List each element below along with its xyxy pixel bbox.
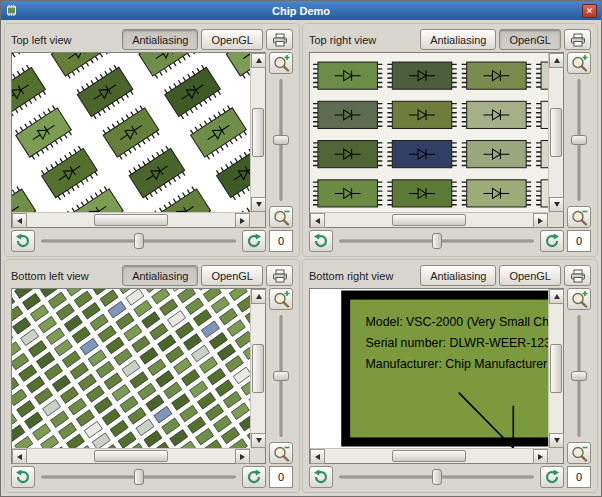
scroll-left-button[interactable]	[12, 213, 27, 228]
scroll-right-button[interactable]	[235, 449, 250, 464]
scroll-right-button[interactable]	[533, 213, 548, 228]
zoom-slider[interactable]	[269, 312, 293, 440]
rotation-value[interactable]: 0	[567, 230, 591, 252]
horizontal-scroll-handle[interactable]	[94, 450, 169, 462]
scroll-down-button[interactable]	[549, 433, 564, 448]
vertical-scrollbar[interactable]	[548, 289, 563, 448]
scroll-up-button[interactable]	[251, 289, 266, 304]
zoom-slider-handle[interactable]	[273, 371, 289, 381]
zoom-in-button[interactable]	[269, 288, 293, 310]
arrow-down-icon	[256, 438, 262, 446]
rotation-value[interactable]: 0	[269, 230, 293, 252]
rotate-slider-handle[interactable]	[134, 469, 144, 485]
rotate-right-button[interactable]	[540, 466, 564, 488]
zoom-out-button[interactable]	[567, 442, 591, 464]
vertical-scrollbar[interactable]	[548, 53, 563, 212]
scroll-down-button[interactable]	[549, 197, 564, 212]
rotate-left-button[interactable]	[11, 230, 35, 252]
rotation-value[interactable]: 0	[567, 466, 591, 488]
zoom-out-button[interactable]	[567, 206, 591, 228]
horizontal-scroll-track[interactable]	[27, 449, 235, 463]
zoom-out-button[interactable]	[269, 206, 293, 228]
vertical-scroll-track[interactable]	[251, 68, 265, 197]
rotate-slider-handle[interactable]	[432, 469, 442, 485]
vertical-scroll-track[interactable]	[251, 304, 265, 433]
horizontal-scrollbar[interactable]	[12, 212, 250, 227]
zoom-slider-handle[interactable]	[571, 371, 587, 381]
rotate-right-button[interactable]	[242, 230, 266, 252]
print-button[interactable]	[266, 29, 293, 50]
horizontal-scroll-track[interactable]	[27, 213, 235, 227]
opengl-button[interactable]: OpenGL	[499, 265, 561, 286]
zoom-slider[interactable]	[567, 76, 591, 204]
scroll-left-button[interactable]	[12, 449, 27, 464]
vertical-scrollbar[interactable]	[250, 289, 265, 448]
title-bar[interactable]: Chip Demo ✕	[1, 1, 601, 20]
zoom-in-button[interactable]	[269, 52, 293, 74]
vertical-scroll-handle[interactable]	[550, 108, 562, 157]
antialiasing-button[interactable]: Antialiasing	[122, 29, 198, 50]
rotate-slider[interactable]	[336, 230, 537, 252]
scroll-left-button[interactable]	[310, 449, 325, 464]
antialiasing-button[interactable]: Antialiasing	[420, 29, 496, 50]
vertical-scroll-handle[interactable]	[550, 344, 562, 393]
scroll-right-button[interactable]	[235, 213, 250, 228]
rotate-slider[interactable]	[336, 466, 537, 488]
vertical-scroll-track[interactable]	[549, 304, 563, 433]
rotate-right-button[interactable]	[540, 230, 564, 252]
horizontal-scroll-handle[interactable]	[94, 214, 169, 226]
rotate-slider[interactable]	[38, 230, 239, 252]
rotation-value[interactable]: 0	[269, 466, 293, 488]
arrow-left-icon	[312, 454, 320, 460]
print-button[interactable]	[564, 265, 591, 286]
scroll-up-button[interactable]	[549, 289, 564, 304]
horizontal-scroll-track[interactable]	[325, 213, 533, 227]
zoom-slider[interactable]	[269, 76, 293, 204]
horizontal-scrollbar[interactable]	[310, 212, 548, 227]
vertical-scroll-handle[interactable]	[252, 108, 264, 157]
rotate-left-button[interactable]	[309, 466, 333, 488]
scroll-down-button[interactable]	[251, 197, 266, 212]
opengl-button[interactable]: OpenGL	[201, 265, 263, 286]
zoom-slider-handle[interactable]	[571, 135, 587, 145]
antialiasing-button[interactable]: Antialiasing	[122, 265, 198, 286]
rotate-right-icon	[543, 468, 561, 486]
rotate-right-button[interactable]	[242, 466, 266, 488]
scene-top-right[interactable]	[310, 53, 548, 212]
scene-bottom-right[interactable]: Model: VSC-2000 (Very Small Chip) at 9Se…	[310, 289, 548, 448]
print-button[interactable]	[564, 29, 591, 50]
scene-top-left[interactable]	[12, 53, 250, 212]
rotate-slider-handle[interactable]	[432, 233, 442, 249]
rotate-slider-handle[interactable]	[134, 233, 144, 249]
zoom-in-button[interactable]	[567, 52, 591, 74]
vertical-scroll-track[interactable]	[549, 68, 563, 197]
rotate-left-icon	[14, 232, 32, 250]
rotate-left-button[interactable]	[11, 466, 35, 488]
antialiasing-button[interactable]: Antialiasing	[420, 265, 496, 286]
vertical-scroll-handle[interactable]	[252, 344, 264, 393]
scroll-up-button[interactable]	[549, 53, 564, 68]
opengl-button[interactable]: OpenGL	[499, 29, 561, 50]
horizontal-scrollbar[interactable]	[310, 448, 548, 463]
vertical-scrollbar[interactable]	[250, 53, 265, 212]
scroll-right-button[interactable]	[533, 449, 548, 464]
rotate-left-button[interactable]	[309, 230, 333, 252]
close-button[interactable]: ✕	[582, 4, 597, 18]
horizontal-scrollbar[interactable]	[12, 448, 250, 463]
opengl-button[interactable]: OpenGL	[201, 29, 263, 50]
horizontal-scroll-handle[interactable]	[392, 214, 467, 226]
horizontal-scroll-handle[interactable]	[392, 450, 467, 462]
scroll-left-button[interactable]	[310, 213, 325, 228]
zoom-out-button[interactable]	[269, 442, 293, 464]
zoom-slider-handle[interactable]	[273, 135, 289, 145]
zoom-slider[interactable]	[567, 312, 591, 440]
arrow-up-icon	[256, 291, 262, 299]
zoom-in-button[interactable]	[567, 288, 591, 310]
scroll-up-button[interactable]	[251, 53, 266, 68]
view-label: Bottom right view	[309, 270, 393, 282]
scene-bottom-left[interactable]	[12, 289, 250, 448]
print-button[interactable]	[266, 265, 293, 286]
horizontal-scroll-track[interactable]	[325, 449, 533, 463]
scroll-down-button[interactable]	[251, 433, 266, 448]
rotate-slider[interactable]	[38, 466, 239, 488]
